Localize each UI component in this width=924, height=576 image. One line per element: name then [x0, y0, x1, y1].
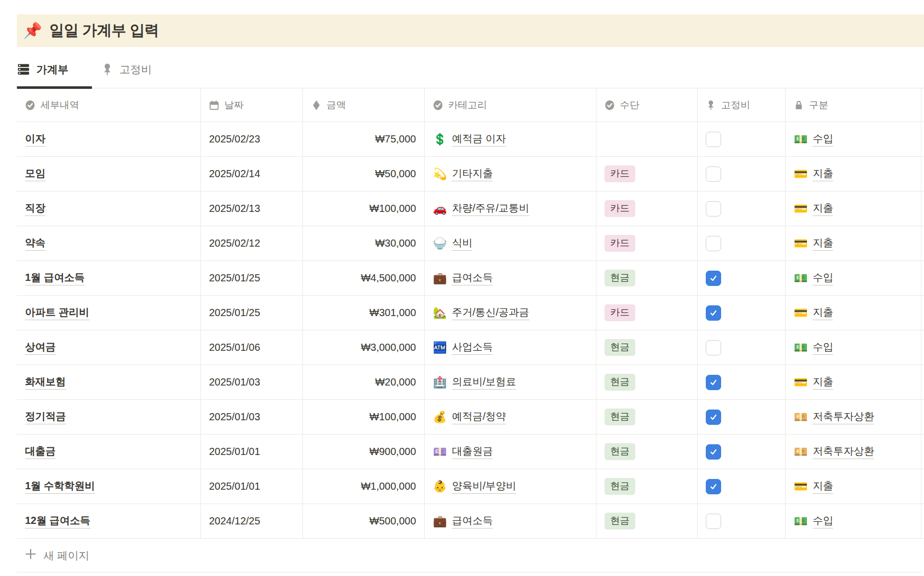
- category-link[interactable]: 의료비/보험료: [452, 375, 516, 390]
- row-title-cell[interactable]: 1월 급여소득: [17, 261, 201, 295]
- method-cell[interactable]: 현금: [596, 261, 698, 295]
- row-title-cell[interactable]: 정기적금: [17, 400, 201, 434]
- row-title-link[interactable]: 모임: [25, 167, 45, 181]
- fixed-checkbox[interactable]: [706, 132, 721, 147]
- fixed-checkbox[interactable]: [706, 166, 721, 182]
- column-header-method[interactable]: 수단: [596, 88, 698, 122]
- tab-ledger[interactable]: 가계부: [17, 62, 68, 88]
- page-title-bar[interactable]: 📌 일일 가계부 입력: [17, 14, 924, 47]
- division-cell[interactable]: 💴 저축투자상환: [786, 400, 921, 434]
- row-title-link[interactable]: 화재보험: [25, 375, 66, 390]
- row-title-link[interactable]: 상여금: [25, 341, 56, 355]
- amount-cell[interactable]: ₩301,000: [303, 296, 425, 330]
- fixed-checkbox[interactable]: [706, 444, 721, 460]
- division-link[interactable]: 수입: [813, 341, 833, 355]
- division-link[interactable]: 수입: [813, 514, 833, 529]
- category-link[interactable]: 식비: [452, 236, 472, 251]
- division-cell[interactable]: 💳 지출: [786, 469, 921, 503]
- division-cell[interactable]: 💳 지출: [786, 226, 921, 260]
- category-link[interactable]: 사업소득: [452, 341, 493, 355]
- row-title-link[interactable]: 정기적금: [25, 410, 66, 424]
- fixed-checkbox[interactable]: [706, 375, 721, 390]
- date-cell[interactable]: 2025/01/01: [201, 469, 303, 503]
- new-page-button[interactable]: 새 페이지: [17, 539, 921, 572]
- method-cell[interactable]: 현금: [596, 365, 698, 399]
- row-title-cell[interactable]: 직장: [17, 191, 201, 226]
- method-cell[interactable]: 카드: [596, 157, 698, 191]
- division-link[interactable]: 수입: [813, 271, 833, 285]
- amount-cell[interactable]: ₩20,000: [303, 365, 425, 399]
- division-cell[interactable]: 💳 지출: [786, 365, 921, 399]
- row-title-link[interactable]: 아파트 관리비: [25, 306, 89, 320]
- category-cell[interactable]: 💰 예적금/청약: [425, 400, 596, 434]
- column-header-date[interactable]: 날짜: [201, 88, 303, 122]
- row-title-link[interactable]: 12월 급여소득: [25, 514, 90, 529]
- method-cell[interactable]: 현금: [596, 400, 698, 434]
- category-link[interactable]: 급여소득: [452, 514, 493, 529]
- division-cell[interactable]: 💵 수입: [786, 122, 921, 156]
- division-link[interactable]: 수입: [813, 132, 833, 147]
- category-cell[interactable]: 💼 급여소득: [425, 504, 596, 538]
- fixed-checkbox[interactable]: [706, 236, 721, 251]
- category-cell[interactable]: 💫 기타지출: [425, 157, 596, 191]
- date-cell[interactable]: 2025/02/13: [201, 191, 303, 226]
- category-cell[interactable]: 🏧 사업소득: [425, 330, 596, 365]
- amount-cell[interactable]: ₩75,000: [303, 122, 425, 156]
- column-header-amount[interactable]: 금액: [303, 88, 425, 122]
- fixed-cell[interactable]: [698, 191, 786, 226]
- category-link[interactable]: 예적금/청약: [452, 410, 506, 424]
- date-cell[interactable]: 2025/02/14: [201, 157, 303, 191]
- fixed-cell[interactable]: [698, 504, 786, 538]
- division-link[interactable]: 지출: [813, 479, 833, 494]
- date-cell[interactable]: 2025/01/25: [201, 296, 303, 330]
- fixed-cell[interactable]: [698, 330, 786, 365]
- category-link[interactable]: 급여소득: [452, 271, 493, 285]
- date-cell[interactable]: 2025/01/03: [201, 400, 303, 434]
- tab-fixed-cost[interactable]: 고정비: [101, 62, 152, 88]
- method-cell[interactable]: 현금: [596, 504, 698, 538]
- method-cell[interactable]: 카드: [596, 296, 698, 330]
- category-link[interactable]: 대출원금: [452, 445, 493, 459]
- row-title-link[interactable]: 이자: [25, 132, 45, 147]
- date-cell[interactable]: 2025/01/01: [201, 435, 303, 469]
- division-cell[interactable]: 💳 지출: [786, 157, 921, 191]
- row-title-cell[interactable]: 모임: [17, 157, 201, 191]
- column-header-category[interactable]: 카테고리: [425, 88, 596, 122]
- fixed-cell[interactable]: [698, 365, 786, 399]
- category-link[interactable]: 차량/주유/교통비: [452, 202, 529, 216]
- amount-cell[interactable]: ₩3,000,000: [303, 330, 425, 365]
- method-cell[interactable]: 카드: [596, 191, 698, 226]
- division-cell[interactable]: 💵 수입: [786, 330, 921, 365]
- category-cell[interactable]: 🏡 주거/통신/공과금: [425, 296, 596, 330]
- amount-cell[interactable]: ₩50,000: [303, 157, 425, 191]
- row-title-link[interactable]: 대출금: [25, 445, 56, 459]
- row-title-cell[interactable]: 대출금: [17, 435, 201, 469]
- column-header-division[interactable]: 구분: [786, 88, 921, 122]
- row-title-cell[interactable]: 화재보험: [17, 365, 201, 399]
- fixed-cell[interactable]: [698, 400, 786, 434]
- category-cell[interactable]: 🍚 식비: [425, 226, 596, 260]
- division-link[interactable]: 지출: [813, 306, 833, 320]
- category-cell[interactable]: 🚗 차량/주유/교통비: [425, 191, 596, 226]
- method-cell[interactable]: 현금: [596, 435, 698, 469]
- fixed-cell[interactable]: [698, 157, 786, 191]
- category-link[interactable]: 양육비/부양비: [452, 479, 516, 494]
- date-cell[interactable]: 2025/01/06: [201, 330, 303, 365]
- category-link[interactable]: 주거/통신/공과금: [452, 306, 529, 320]
- row-title-cell[interactable]: 상여금: [17, 330, 201, 365]
- column-header-details[interactable]: 세부내역: [17, 88, 201, 122]
- fixed-cell[interactable]: [698, 296, 786, 330]
- row-title-cell[interactable]: 1월 수학학원비: [17, 469, 201, 503]
- row-title-cell[interactable]: 약속: [17, 226, 201, 260]
- division-link[interactable]: 지출: [813, 236, 833, 251]
- category-link[interactable]: 예적금 이자: [452, 132, 506, 147]
- method-cell[interactable]: [596, 122, 698, 156]
- amount-cell[interactable]: ₩100,000: [303, 191, 425, 226]
- row-title-cell[interactable]: 12월 급여소득: [17, 504, 201, 538]
- category-cell[interactable]: 💼 급여소득: [425, 261, 596, 295]
- row-title-link[interactable]: 직장: [25, 202, 45, 216]
- amount-cell[interactable]: ₩500,000: [303, 504, 425, 538]
- division-link[interactable]: 저축투자상환: [813, 445, 874, 459]
- fixed-checkbox[interactable]: [706, 410, 721, 425]
- amount-cell[interactable]: ₩4,500,000: [303, 261, 425, 295]
